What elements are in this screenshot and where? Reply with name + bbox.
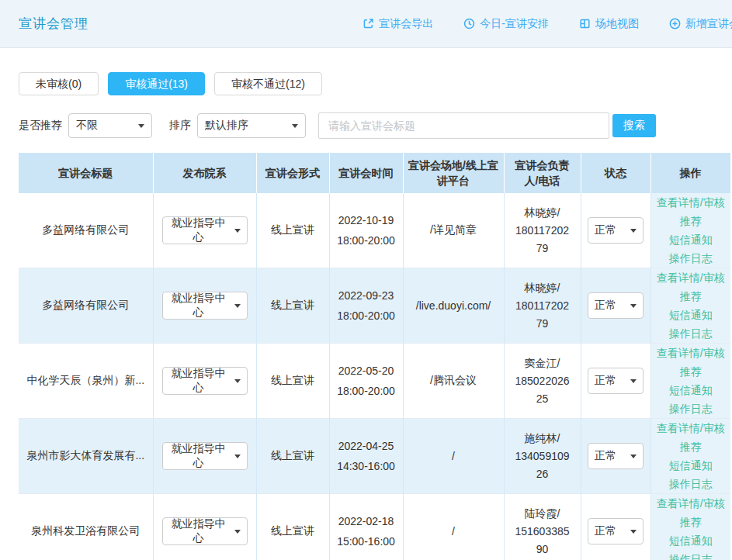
status-cell: 正常 (581, 494, 650, 560)
header-actions: 宣讲会导出 今日-宣讲安排 场地视图 (362, 17, 732, 31)
page-header: 宣讲会管理 宣讲会导出 今日-宣讲安排 (0, 0, 732, 48)
venue-cell: /腾讯会议 (403, 344, 504, 419)
department-select-value: 就业指导中心 (169, 292, 228, 320)
action-view-detail-audit[interactable]: 查看详情/审核 (655, 419, 727, 437)
action-view-detail-audit[interactable]: 查看详情/审核 (655, 494, 727, 513)
tab-unreviewed[interactable]: 未审核(0) (19, 72, 99, 95)
chevron-down-icon (630, 530, 637, 534)
recommend-select[interactable]: 不限 (68, 113, 152, 138)
chevron-down-icon (138, 124, 144, 128)
form-cell: 线上宣讲 (256, 268, 329, 344)
status-select[interactable]: 正常 (588, 217, 644, 244)
col-header-title: 宣讲会标题 (19, 153, 153, 193)
department-cell: 就业指导中心 (153, 344, 256, 419)
action-recommend[interactable]: 推荐 (655, 212, 727, 230)
add-presentation-link[interactable]: 新增宣讲会 (668, 17, 732, 31)
department-cell: 就业指导中心 (153, 193, 256, 268)
action-recommend[interactable]: 推荐 (655, 437, 727, 456)
contact-cell: 施纯林/ 13405910926 (504, 419, 581, 494)
chevron-down-icon (234, 304, 241, 308)
chevron-down-icon (234, 229, 241, 233)
presentations-table: 宣讲会标题 发布院系 宣讲会形式 宣讲会时间 宣讲会场地/线上宣讲平台 宣讲会负… (19, 153, 730, 560)
status-cell: 正常 (581, 419, 650, 494)
status-cell: 正常 (581, 193, 650, 268)
status-select[interactable]: 正常 (588, 368, 644, 394)
action-operation-log[interactable]: 操作日志 (655, 249, 727, 268)
chevron-down-icon (234, 455, 241, 458)
talk-title-cell: 中化学天辰（泉州）新... (19, 344, 153, 419)
action-view-detail-audit[interactable]: 查看详情/审核 (655, 193, 727, 212)
action-view-detail-audit[interactable]: 查看详情/审核 (655, 344, 727, 362)
action-view-detail-audit[interactable]: 查看详情/审核 (655, 268, 727, 287)
export-presentations-link[interactable]: 宣讲会导出 (362, 17, 433, 31)
time-cell: 2022-05-2018:00-20:00 (329, 344, 403, 419)
col-header-contact: 宣讲会负责人/电话 (504, 153, 581, 193)
chevron-down-icon (292, 124, 298, 128)
action-recommend[interactable]: 推荐 (655, 362, 727, 381)
actions-cell: 查看详情/审核 推荐 短信通知 操作日志 (650, 419, 730, 494)
department-select-value: 就业指导中心 (169, 442, 228, 470)
page-title: 宣讲会管理 (19, 15, 88, 33)
action-recommend[interactable]: 推荐 (655, 287, 727, 306)
chevron-down-icon (630, 229, 637, 233)
department-select[interactable]: 就业指导中心 (162, 367, 248, 395)
layout-grid-icon (578, 17, 591, 30)
chevron-down-icon (630, 379, 637, 383)
tab-approved[interactable]: 审核通过(13) (108, 72, 205, 95)
main-content: 未审核(0) 审核通过(13) 审核不通过(12) 是否推荐 不限 排序 默认排… (0, 72, 732, 560)
department-select-value: 就业指导中心 (169, 367, 228, 395)
department-select-value: 就业指导中心 (169, 517, 228, 545)
search-button[interactable]: 搜索 (612, 114, 656, 137)
action-sms-notify[interactable]: 短信通知 (655, 230, 727, 249)
action-sms-notify[interactable]: 短信通知 (655, 381, 727, 399)
add-presentation-label: 新增宣讲会 (685, 17, 732, 31)
actions-cell: 查看详情/审核 推荐 短信通知 操作日志 (650, 344, 730, 419)
actions-cell: 查看详情/审核 推荐 短信通知 操作日志 (650, 494, 730, 560)
contact-cell: 陆玲霞/ 15160338590 (504, 494, 581, 560)
sort-select[interactable]: 默认排序 (197, 113, 306, 138)
venue-cell: /详见简章 (403, 193, 504, 268)
chevron-down-icon (234, 530, 241, 534)
department-cell: 就业指导中心 (153, 419, 256, 494)
time-cell: 2022-10-1918:00-20:00 (329, 193, 403, 268)
department-select[interactable]: 就业指导中心 (162, 292, 248, 320)
talk-title-cell: 泉州科发卫浴有限公司 (19, 494, 153, 560)
status-select-value: 正常 (595, 449, 616, 463)
contact-cell: 窦金江/ 18502202625 (504, 344, 581, 419)
today-schedule-link[interactable]: 今日-宣讲安排 (463, 17, 549, 31)
status-select[interactable]: 正常 (588, 518, 644, 544)
action-recommend[interactable]: 推荐 (655, 513, 727, 531)
action-operation-log[interactable]: 操作日志 (655, 550, 727, 560)
status-select[interactable]: 正常 (588, 292, 644, 319)
venue-view-label: 场地视图 (595, 17, 639, 31)
action-sms-notify[interactable]: 短信通知 (655, 456, 727, 475)
col-header-status: 状态 (581, 153, 650, 193)
col-header-actions: 操作 (650, 153, 730, 193)
status-cell: 正常 (581, 344, 650, 419)
venue-view-link[interactable]: 场地视图 (578, 17, 639, 31)
col-header-form: 宣讲会形式 (256, 153, 329, 193)
sort-filter-label: 排序 (169, 119, 191, 133)
department-select[interactable]: 就业指导中心 (162, 517, 248, 545)
department-select[interactable]: 就业指导中心 (162, 216, 248, 244)
action-operation-log[interactable]: 操作日志 (655, 475, 727, 493)
status-select[interactable]: 正常 (588, 443, 644, 469)
export-icon (362, 17, 375, 30)
action-operation-log[interactable]: 操作日志 (655, 324, 727, 343)
tab-rejected[interactable]: 审核不通过(12) (214, 72, 322, 95)
table-row: 泉州科发卫浴有限公司 就业指导中心 线上宣讲 2022-02-1815:00-1… (19, 494, 730, 560)
clock-icon (463, 17, 476, 30)
table-row: 中化学天辰（泉州）新... 就业指导中心 线上宣讲 2022-05-2018:0… (19, 344, 730, 419)
form-cell: 线上宣讲 (256, 494, 329, 560)
actions-cell: 查看详情/审核 推荐 短信通知 操作日志 (650, 193, 730, 268)
chevron-down-icon (630, 304, 637, 308)
search-input[interactable] (318, 112, 609, 139)
time-cell: 2022-02-1815:00-16:00 (329, 494, 403, 560)
status-tabs: 未审核(0) 审核通过(13) 审核不通过(12) (19, 72, 732, 95)
action-sms-notify[interactable]: 短信通知 (655, 306, 727, 324)
time-cell: 2022-04-2514:30-16:00 (329, 419, 403, 494)
action-operation-log[interactable]: 操作日志 (655, 399, 727, 418)
action-sms-notify[interactable]: 短信通知 (655, 531, 727, 550)
department-select[interactable]: 就业指导中心 (162, 442, 248, 470)
actions-cell: 查看详情/审核 推荐 短信通知 操作日志 (650, 268, 730, 344)
